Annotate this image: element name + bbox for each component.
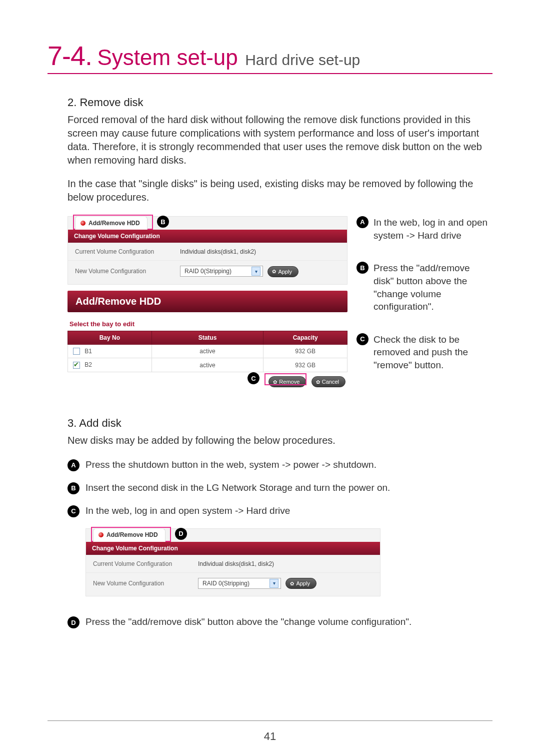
step-c-text: In the web, log in and open system -> Ha…: [86, 505, 290, 516]
bay-b2-label: B2: [84, 361, 92, 368]
step-b: B Insert the second disk in the LG Netwo…: [68, 482, 492, 494]
current-volume-config-value: Individual disks(disk1, disk2): [180, 248, 256, 255]
tab-dot-icon: [80, 221, 86, 226]
callout-a: A In the web, log in and open system -> …: [356, 216, 492, 242]
volume-config-panel-2: Add/Remove HDD D Change Volume Configura…: [86, 528, 380, 597]
select-bay-label: Select the bay to edit: [68, 312, 348, 331]
add-intro: New disks may be added by following the …: [68, 434, 492, 447]
tab-add-remove-hdd[interactable]: Add/Remove HDD: [75, 216, 148, 230]
table-row: B1 active 932 GB: [68, 344, 348, 358]
badge-a: A: [356, 216, 368, 228]
new-volume-config-select[interactable]: RAID 0(Stripping) ▾: [180, 266, 263, 277]
bay-checkbox-b1[interactable]: [73, 348, 80, 355]
volume-config-panel: Add/Remove HDD B Change Volume Configura…: [68, 216, 348, 285]
new-volume-config-select-2[interactable]: RAID 0(Stripping) ▾: [198, 578, 281, 589]
remove-label: Remove: [279, 379, 300, 385]
bay-b1-label: B1: [84, 348, 92, 355]
step-b-text: Insert the second disk in the LG Network…: [86, 482, 390, 493]
step-badge-b: B: [68, 482, 80, 494]
new-volume-config-label: New Volume Configuration: [75, 268, 180, 275]
remove-paragraph-2: In the case that "single disks" is being…: [68, 177, 492, 204]
badge-c-on-remove: C: [248, 372, 260, 384]
step-c: C In the web, log in and open system -> …: [68, 505, 492, 517]
col-capacity: Capacity: [264, 331, 348, 344]
change-volume-config-bar-2: Change Volume Configuration: [86, 542, 380, 555]
col-status: Status: [152, 331, 264, 344]
current-volume-config-value-2: Individual disks(disk1, disk2): [198, 560, 274, 567]
title-main: System set-up: [98, 45, 238, 70]
title-sub: Hard drive set-up: [245, 52, 360, 68]
callout-a-text: In the web, log in and open system -> Ha…: [374, 216, 492, 242]
chevron-down-icon: ▾: [270, 579, 278, 588]
bay-panel-title: Add/Remove HDD: [68, 291, 348, 312]
current-volume-config-label: Current Volume Configuration: [75, 248, 180, 255]
tab-label: Add/Remove HDD: [88, 220, 140, 227]
bay-panel: Add/Remove HDD Select the bay to edit Ba…: [68, 291, 348, 388]
step-a-text: Press the shutdown button in the web, sy…: [86, 459, 376, 470]
bay-b2-cap: 932 GB: [264, 358, 348, 372]
bay-b1-status: active: [152, 344, 264, 358]
apply-button-2[interactable]: ✿ Apply: [286, 578, 316, 589]
callout-c-text: Check the disk to be removed and push th…: [374, 333, 492, 372]
badge-b-on-tab: B: [157, 216, 169, 228]
change-volume-config-bar: Change Volume Configuration: [68, 230, 347, 243]
cancel-button[interactable]: ✿ Cancel: [312, 376, 346, 387]
table-row: B2 active 932 GB: [68, 358, 348, 372]
step-badge-c: C: [68, 505, 80, 517]
select-value: RAID 0(Stripping): [184, 268, 232, 275]
current-volume-config-label-2: Current Volume Configuration: [93, 560, 198, 567]
cancel-label: Cancel: [322, 379, 339, 385]
callout-b-text: Press the "add/remove disk" button above…: [374, 262, 492, 313]
remove-paragraph-1: Forced removal of the hard disk without …: [68, 113, 492, 167]
section-remove-heading: 2. Remove disk: [68, 96, 492, 109]
tab-label-2: Add/Remove HDD: [106, 531, 158, 538]
bay-checkbox-b2[interactable]: [73, 362, 80, 369]
tab-dot-icon: [98, 532, 104, 537]
step-a: A Press the shutdown button in the web, …: [68, 459, 492, 471]
chapter-number: 7-4.: [48, 41, 92, 71]
col-bay-no: Bay No: [68, 331, 152, 344]
step-d-text: Press the "add/remove disk" button above…: [86, 616, 412, 627]
section-add-heading: 3. Add disk: [68, 417, 492, 430]
gear-icon: ✿: [272, 269, 276, 274]
badge-c: C: [356, 333, 368, 345]
gear-icon: ✿: [290, 581, 294, 586]
badge-d-on-tab: D: [175, 528, 187, 540]
remove-button[interactable]: ✿ Remove: [268, 376, 306, 387]
apply-label: Apply: [278, 269, 292, 275]
cancel-icon: ✿: [316, 379, 320, 385]
step-d: D Press the "add/remove disk" button abo…: [68, 616, 492, 628]
bay-b1-cap: 932 GB: [264, 344, 348, 358]
remove-icon: ✿: [273, 379, 277, 385]
tab-add-remove-hdd-2[interactable]: Add/Remove HDD: [93, 528, 166, 542]
page-title: 7-4. System set-up Hard drive set-up: [48, 40, 492, 74]
apply-button[interactable]: ✿ Apply: [268, 266, 298, 277]
footer-rule: [48, 720, 492, 721]
step-badge-d: D: [68, 616, 80, 628]
bay-b2-status: active: [152, 358, 264, 372]
badge-b: B: [356, 262, 368, 274]
chevron-down-icon: ▾: [252, 267, 260, 276]
new-volume-config-label-2: New Volume Configuration: [93, 580, 198, 587]
callout-b: B Press the "add/remove disk" button abo…: [356, 262, 492, 313]
callout-c: C Check the disk to be removed and push …: [356, 333, 492, 372]
page-number: 41: [0, 730, 540, 743]
apply-label-2: Apply: [296, 580, 310, 586]
select-value-2: RAID 0(Stripping): [202, 580, 250, 587]
bay-table: Bay No Status Capacity B1: [68, 331, 348, 373]
step-badge-a: A: [68, 459, 80, 471]
